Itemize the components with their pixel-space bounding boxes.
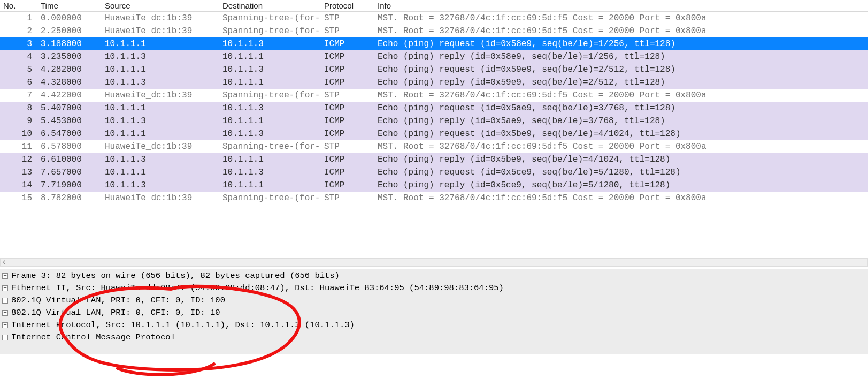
cell-source: 10.1.1.3 xyxy=(102,179,219,192)
cell-protocol: ICMP xyxy=(321,153,374,166)
cell-no: 13 xyxy=(0,166,37,179)
cell-source: 10.1.1.3 xyxy=(102,115,219,127)
cell-info: MST. Root = 32768/0/4c:1f:cc:69:5d:f5 Co… xyxy=(374,192,868,205)
expand-icon[interactable]: + xyxy=(2,298,8,304)
table-row[interactable]: 22.250000HuaweiTe_dc:1b:39Spanning-tree-… xyxy=(0,25,868,37)
detail-ip[interactable]: +Internet Protocol, Src: 10.1.1.1 (10.1.… xyxy=(0,319,868,331)
cell-info: MST. Root = 32768/0/4c:1f:cc:69:5d:f5 Co… xyxy=(374,25,868,37)
column-header-destination[interactable]: Destination xyxy=(219,0,321,12)
cell-source: 10.1.1.1 xyxy=(102,166,219,179)
detail-frame-text: Frame 3: 82 bytes on wire (656 bits), 82… xyxy=(11,271,340,281)
cell-protocol: ICMP xyxy=(321,115,374,127)
packet-list-header-row[interactable]: No. Time Source Destination Protocol Inf… xyxy=(0,0,868,12)
cell-protocol: ICMP xyxy=(321,166,374,179)
cell-no: 6 xyxy=(0,76,37,89)
cell-no: 9 xyxy=(0,115,37,127)
table-row[interactable]: 147.71900010.1.1.310.1.1.1ICMPEcho (ping… xyxy=(0,179,868,192)
cell-source: HuaweiTe_dc:1b:39 xyxy=(102,89,219,102)
cell-info: Echo (ping) reply (id=0x5ce9, seq(be/le)… xyxy=(374,179,868,192)
cell-destination: 10.1.1.3 xyxy=(219,127,321,140)
cell-no: 10 xyxy=(0,127,37,140)
cell-protocol: ICMP xyxy=(321,76,374,89)
cell-info: Echo (ping) request (id=0x5ae9, seq(be/l… xyxy=(374,102,868,115)
cell-time: 5.407000 xyxy=(37,102,102,115)
table-row[interactable]: 85.40700010.1.1.110.1.1.3ICMPEcho (ping)… xyxy=(0,102,868,115)
expand-icon[interactable]: + xyxy=(2,335,8,340)
cell-protocol: ICMP xyxy=(321,50,374,63)
cell-no: 11 xyxy=(0,140,37,153)
cell-time: 6.547000 xyxy=(37,127,102,140)
detail-ip-text: Internet Protocol, Src: 10.1.1.1 (10.1.1… xyxy=(11,320,355,330)
table-row[interactable]: 43.23500010.1.1.310.1.1.1ICMPEcho (ping)… xyxy=(0,50,868,63)
table-row[interactable]: 10.000000HuaweiTe_dc:1b:39Spanning-tree-… xyxy=(0,12,868,25)
expand-icon[interactable]: + xyxy=(2,285,8,291)
cell-no: 7 xyxy=(0,89,37,102)
cell-no: 14 xyxy=(0,179,37,192)
cell-time: 4.328000 xyxy=(37,76,102,89)
expand-icon[interactable]: + xyxy=(2,273,8,279)
cell-destination: 10.1.1.3 xyxy=(219,166,321,179)
cell-destination: 10.1.1.1 xyxy=(219,153,321,166)
table-row[interactable]: 126.61000010.1.1.310.1.1.1ICMPEcho (ping… xyxy=(0,153,868,166)
cell-no: 5 xyxy=(0,63,37,76)
detail-ethernet-text: Ethernet II, Src: HuaweiTe_dd:08:47 (54:… xyxy=(11,283,504,293)
table-row[interactable]: 137.65700010.1.1.110.1.1.3ICMPEcho (ping… xyxy=(0,166,868,179)
cell-source: 10.1.1.3 xyxy=(102,76,219,89)
cell-info: Echo (ping) reply (id=0x5be9, seq(be/le)… xyxy=(374,153,868,166)
column-header-protocol[interactable]: Protocol xyxy=(321,0,374,12)
cell-no: 8 xyxy=(0,102,37,115)
packet-list-table[interactable]: No. Time Source Destination Protocol Inf… xyxy=(0,0,868,205)
table-row[interactable]: 64.32800010.1.1.310.1.1.1ICMPEcho (ping)… xyxy=(0,76,868,89)
cell-time: 8.782000 xyxy=(37,192,102,205)
table-row[interactable]: 158.782000HuaweiTe_dc:1b:39Spanning-tree… xyxy=(0,192,868,205)
column-header-time[interactable]: Time xyxy=(37,0,102,12)
cell-time: 6.610000 xyxy=(37,153,102,166)
cell-destination: Spanning-tree-(for- xyxy=(219,25,321,37)
packet-list-body[interactable]: 10.000000HuaweiTe_dc:1b:39Spanning-tree-… xyxy=(0,12,868,205)
table-row[interactable]: 95.45300010.1.1.310.1.1.1ICMPEcho (ping)… xyxy=(0,115,868,127)
expand-icon[interactable]: + xyxy=(2,322,8,328)
cell-source: 10.1.1.1 xyxy=(102,37,219,50)
cell-info: MST. Root = 32768/0/4c:1f:cc:69:5d:f5 Co… xyxy=(374,140,868,153)
expand-icon[interactable]: + xyxy=(2,310,8,316)
cell-destination: 10.1.1.3 xyxy=(219,37,321,50)
cell-no: 4 xyxy=(0,50,37,63)
detail-frame[interactable]: +Frame 3: 82 bytes on wire (656 bits), 8… xyxy=(0,270,868,282)
cell-time: 7.657000 xyxy=(37,166,102,179)
detail-vlan-inner[interactable]: +802.1Q Virtual LAN, PRI: 0, CFI: 0, ID:… xyxy=(0,307,868,319)
table-row[interactable]: 54.28200010.1.1.110.1.1.3ICMPEcho (ping)… xyxy=(0,63,868,76)
cell-source: 10.1.1.3 xyxy=(102,153,219,166)
cell-info: Echo (ping) request (id=0x5ce9, seq(be/l… xyxy=(374,166,868,179)
cell-no: 2 xyxy=(0,25,37,37)
cell-protocol: STP xyxy=(321,192,374,205)
detail-icmp-text: Internet Control Message Protocol xyxy=(11,332,175,342)
table-row[interactable]: 116.578000HuaweiTe_dc:1b:39Spanning-tree… xyxy=(0,140,868,153)
cell-time: 2.250000 xyxy=(37,25,102,37)
cell-no: 3 xyxy=(0,37,37,50)
column-header-info[interactable]: Info xyxy=(374,0,868,12)
cell-protocol: ICMP xyxy=(321,127,374,140)
cell-no: 1 xyxy=(0,12,37,25)
detail-ethernet[interactable]: +Ethernet II, Src: HuaweiTe_dd:08:47 (54… xyxy=(0,282,868,294)
cell-destination: Spanning-tree-(for- xyxy=(219,12,321,25)
detail-icmp[interactable]: +Internet Control Message Protocol xyxy=(0,331,868,344)
column-header-no[interactable]: No. xyxy=(0,0,37,12)
table-row[interactable]: 106.54700010.1.1.110.1.1.3ICMPEcho (ping… xyxy=(0,127,868,140)
cell-time: 7.719000 xyxy=(37,179,102,192)
packet-details-pane[interactable]: +Frame 3: 82 bytes on wire (656 bits), 8… xyxy=(0,269,868,354)
horizontal-scrollbar[interactable] xyxy=(0,258,868,267)
cell-time: 4.422000 xyxy=(37,89,102,102)
detail-vlan-outer[interactable]: +802.1Q Virtual LAN, PRI: 0, CFI: 0, ID:… xyxy=(0,294,868,307)
column-header-source[interactable]: Source xyxy=(102,0,219,12)
table-row[interactable]: 33.18800010.1.1.110.1.1.3ICMPEcho (ping)… xyxy=(0,37,868,50)
detail-vlan-outer-text: 802.1Q Virtual LAN, PRI: 0, CFI: 0, ID: … xyxy=(11,296,225,305)
cell-info: Echo (ping) request (id=0x58e9, seq(be/l… xyxy=(374,37,868,50)
cell-protocol: STP xyxy=(321,89,374,102)
cell-source: 10.1.1.1 xyxy=(102,102,219,115)
cell-source: 10.1.1.1 xyxy=(102,63,219,76)
cell-time: 6.578000 xyxy=(37,140,102,153)
cell-destination: 10.1.1.1 xyxy=(219,76,321,89)
cell-destination: 10.1.1.3 xyxy=(219,102,321,115)
table-row[interactable]: 74.422000HuaweiTe_dc:1b:39Spanning-tree-… xyxy=(0,89,868,102)
cell-time: 5.453000 xyxy=(37,115,102,127)
